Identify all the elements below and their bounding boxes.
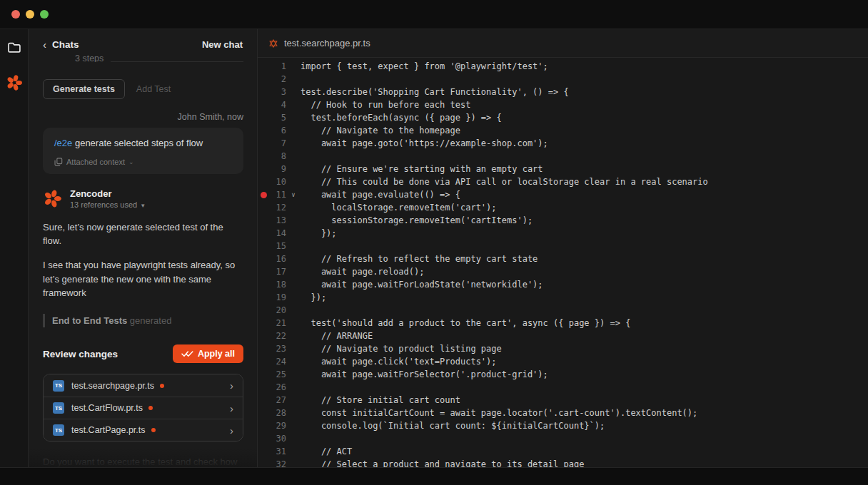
gutter[interactable]: 30 <box>258 434 301 444</box>
gutter[interactable]: 9 <box>258 164 301 174</box>
code-line[interactable]: 21 test('should add a product to the car… <box>258 317 868 330</box>
gutter[interactable]: 14 <box>258 228 301 238</box>
explorer-folder-icon[interactable] <box>5 38 24 56</box>
line-number: 21 <box>258 318 286 328</box>
gutter[interactable]: 4 <box>258 100 301 110</box>
code-line[interactable]: 25 await page.waitForSelector('.product-… <box>258 368 868 381</box>
breakpoint-dot[interactable] <box>261 192 267 198</box>
code-text: // Hook to run before each test <box>301 100 470 110</box>
apply-all-button[interactable]: Apply all <box>173 344 243 363</box>
code-line[interactable]: 4 // Hook to run before each test <box>258 98 868 111</box>
code-line[interactable]: 29 console.log(`Initial cart count: ${in… <box>258 419 868 432</box>
line-number: 23 <box>258 344 286 354</box>
gutter[interactable]: 23 <box>258 344 301 354</box>
gutter[interactable]: 1 <box>258 61 301 71</box>
line-number: 13 <box>258 215 286 225</box>
code-line[interactable]: 27 // Store initial cart count <box>258 394 868 407</box>
new-chat-button[interactable]: New chat <box>202 39 243 50</box>
typescript-file-icon: TS <box>53 402 64 414</box>
code-line[interactable]: 19 }); <box>258 291 868 304</box>
gutter[interactable]: 8 <box>258 151 301 161</box>
gutter[interactable]: 10 <box>258 177 301 187</box>
minimize-window-button[interactable] <box>26 10 34 19</box>
generate-tests-button[interactable]: Generate tests <box>43 79 125 99</box>
code-line[interactable]: 32 // Select a product and navigate to i… <box>258 458 868 467</box>
gutter[interactable]: 29 <box>258 421 301 431</box>
code-line[interactable]: 2 <box>258 73 868 86</box>
gutter[interactable]: 28 <box>258 408 301 418</box>
zencoder-extension-icon[interactable] <box>5 73 24 92</box>
gutter[interactable]: 25 <box>258 369 301 379</box>
code-line[interactable]: 18 await page.waitForLoadState('networki… <box>258 278 868 291</box>
gutter[interactable]: 7 <box>258 138 301 148</box>
code-text: const initialCartCount = await page.loca… <box>301 408 697 418</box>
gutter[interactable]: 22 <box>258 331 301 341</box>
gutter[interactable]: 21 <box>258 318 301 328</box>
code-line[interactable]: 30 <box>258 432 868 445</box>
code-line[interactable]: 26 <box>258 381 868 394</box>
gutter[interactable]: 11∨ <box>258 190 301 200</box>
code-line[interactable]: 11∨ await page.evaluate(() => { <box>258 188 868 201</box>
add-test-button[interactable]: Add Test <box>136 84 171 94</box>
code-line[interactable]: 22 // ARRANGE <box>258 330 868 342</box>
gutter[interactable]: 27 <box>258 395 301 405</box>
line-number: 27 <box>258 395 286 405</box>
gutter[interactable]: 12 <box>258 203 301 213</box>
gutter[interactable]: 2 <box>258 74 301 84</box>
user-message-meta: John Smith, now <box>43 112 243 122</box>
line-number: 12 <box>258 203 286 213</box>
zoom-window-button[interactable] <box>40 10 49 19</box>
generated-tests-suffix: generated <box>127 315 171 326</box>
code-line[interactable]: 15 <box>258 240 868 252</box>
code-line[interactable]: 6 // Navigate to the homepage <box>258 124 868 137</box>
gutter[interactable]: 13 <box>258 215 301 225</box>
gutter[interactable]: 6 <box>258 126 301 136</box>
code-line[interactable]: 1import { test, expect } from '@playwrig… <box>258 60 868 73</box>
fold-chevron-icon[interactable]: ∨ <box>286 191 301 198</box>
references-used-toggle[interactable]: 13 references used▼ <box>70 200 146 209</box>
code-editor[interactable]: 1import { test, expect } from '@playwrig… <box>258 58 868 467</box>
line-number: 30 <box>258 434 286 444</box>
code-text: await page.reload(); <box>301 267 424 277</box>
gutter[interactable]: 16 <box>258 254 301 264</box>
code-line[interactable]: 12 localStorage.removeItem('cart'); <box>258 201 868 214</box>
code-line[interactable]: 16 // Refresh to reflect the empty cart … <box>258 252 868 265</box>
gutter[interactable]: 18 <box>258 280 301 290</box>
changed-file-row[interactable]: TStest.CartPage.pr.ts› <box>44 419 243 441</box>
gutter[interactable]: 32 <box>258 459 301 467</box>
back-chevron-icon[interactable]: ‹ <box>43 39 46 50</box>
line-number: 24 <box>258 357 286 367</box>
code-line[interactable]: 23 // Navigate to product listing page <box>258 342 868 355</box>
attached-context-toggle[interactable]: Attached context ⌄ <box>54 158 232 166</box>
gutter[interactable]: 15 <box>258 241 301 251</box>
code-text: // Select a product and navigate to its … <box>301 459 584 467</box>
code-line[interactable]: 20 <box>258 304 868 317</box>
gutter[interactable]: 20 <box>258 305 301 315</box>
code-line[interactable]: 8 <box>258 150 868 163</box>
gutter[interactable]: 24 <box>258 357 301 367</box>
gutter[interactable]: 31 <box>258 446 301 456</box>
code-text: // ACT <box>301 446 352 456</box>
code-line[interactable]: 5 test.beforeEach(async ({ page }) => { <box>258 111 868 124</box>
code-line[interactable]: 3test.describe('Shopping Cart Functional… <box>258 86 868 98</box>
code-line[interactable]: 17 await page.reload(); <box>258 265 868 278</box>
code-line[interactable]: 13 sessionStorage.removeItem('cartItems'… <box>258 214 868 227</box>
code-line[interactable]: 10 // This could be done via API call or… <box>258 175 868 188</box>
editor-tab-title[interactable]: test.searchpage.pr.ts <box>284 38 370 48</box>
gutter[interactable]: 19 <box>258 292 301 302</box>
line-number: 10 <box>258 177 286 187</box>
code-line[interactable]: 7 await page.goto('https://example-shop.… <box>258 137 868 150</box>
close-window-button[interactable] <box>11 10 20 19</box>
line-number: 6 <box>258 126 286 136</box>
code-line[interactable]: 31 // ACT <box>258 445 868 458</box>
code-line[interactable]: 28 const initialCartCount = await page.l… <box>258 407 868 419</box>
gutter[interactable]: 26 <box>258 382 301 392</box>
gutter[interactable]: 5 <box>258 113 301 123</box>
gutter[interactable]: 17 <box>258 267 301 277</box>
code-line[interactable]: 9 // Ensure we're starting with an empty… <box>258 163 868 175</box>
changed-file-row[interactable]: TStest.searchpage.pr.ts› <box>44 374 243 397</box>
changed-file-row[interactable]: TStest.CartFlow.pr.ts› <box>44 397 243 419</box>
code-line[interactable]: 14 }); <box>258 227 868 240</box>
code-line[interactable]: 24 await page.click('text=Products'); <box>258 355 868 368</box>
gutter[interactable]: 3 <box>258 87 301 97</box>
